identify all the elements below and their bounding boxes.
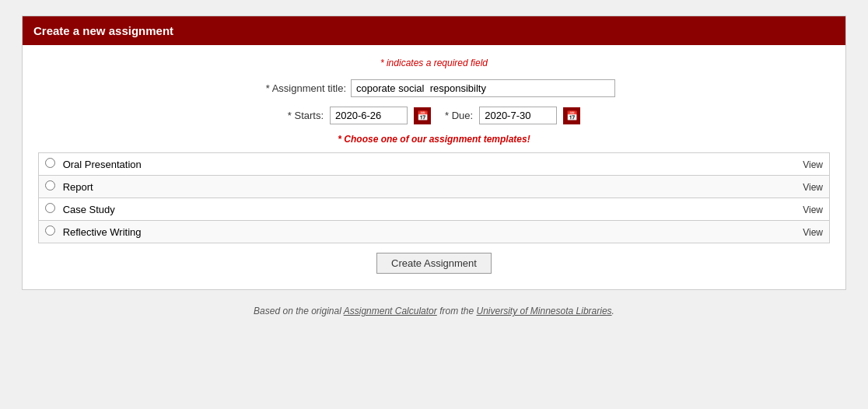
required-note-text: * indicates a required field (380, 58, 488, 68)
footer: Based on the original Assignment Calcula… (22, 306, 846, 316)
template-row: Case Study View (39, 198, 830, 221)
due-input[interactable] (479, 107, 557, 124)
template-view-cell-oral: View (751, 153, 830, 176)
assignment-title-label: * Assignment title: (253, 82, 346, 94)
template-radio-case[interactable] (45, 203, 55, 213)
starts-label: * Starts: (288, 110, 324, 121)
template-name-cell-reflective: Reflective Writing (39, 221, 751, 243)
footer-middle: from the (437, 306, 477, 316)
template-note: * Choose one of our assignment templates… (38, 134, 830, 145)
due-label: * Due: (445, 110, 473, 121)
assignment-title-row: * Assignment title: (38, 79, 830, 97)
assignment-calculator-link[interactable]: Assignment Calculator (344, 306, 437, 316)
template-table: Oral Presentation View Report View Case … (38, 152, 830, 243)
template-view-cell-reflective: View (751, 221, 830, 243)
starts-input[interactable] (330, 107, 408, 124)
template-radio-oral[interactable] (45, 158, 55, 168)
form-body: * indicates a required field * Assignmen… (23, 45, 845, 289)
template-label-report: Report (63, 181, 93, 193)
create-assignment-button[interactable]: Create Assignment (376, 253, 492, 274)
template-view-cell-report: View (751, 176, 830, 198)
footer-end: . (612, 306, 614, 316)
due-calendar-icon[interactable]: 📅 (563, 107, 580, 124)
template-view-btn-report[interactable]: View (803, 182, 823, 193)
university-link[interactable]: University of Minnesota Libraries (476, 306, 611, 316)
template-row: Oral Presentation View (39, 153, 830, 176)
starts-calendar-icon[interactable]: 📅 (414, 107, 431, 124)
template-note-text: * Choose one of our assignment templates… (338, 134, 530, 145)
template-view-btn-reflective[interactable]: View (803, 227, 823, 238)
template-row: Report View (39, 176, 830, 198)
template-label-reflective: Reflective Writing (63, 226, 142, 238)
template-name-cell-case: Case Study (39, 198, 751, 221)
form-box: Create a new assignment * indicates a re… (22, 16, 846, 290)
form-title: Create a new assignment (33, 24, 173, 37)
date-row: * Starts: 📅 * Due: 📅 (38, 107, 830, 124)
template-label-oral: Oral Presentation (63, 159, 142, 170)
footer-text: Based on the original (254, 306, 344, 316)
template-label-case: Case Study (63, 204, 115, 215)
required-note: * indicates a required field (38, 58, 830, 68)
form-header: Create a new assignment (23, 16, 845, 45)
template-view-btn-case[interactable]: View (803, 204, 823, 215)
template-name-cell-oral: Oral Presentation (39, 153, 751, 176)
main-container: Create a new assignment * indicates a re… (22, 16, 846, 316)
template-radio-reflective[interactable] (45, 225, 55, 236)
template-name-cell-report: Report (39, 176, 751, 198)
template-view-cell-case: View (751, 198, 830, 221)
assignment-title-input[interactable] (351, 79, 615, 97)
template-view-btn-oral[interactable]: View (803, 159, 823, 170)
template-row: Reflective Writing View (39, 221, 830, 243)
template-radio-report[interactable] (45, 180, 55, 191)
